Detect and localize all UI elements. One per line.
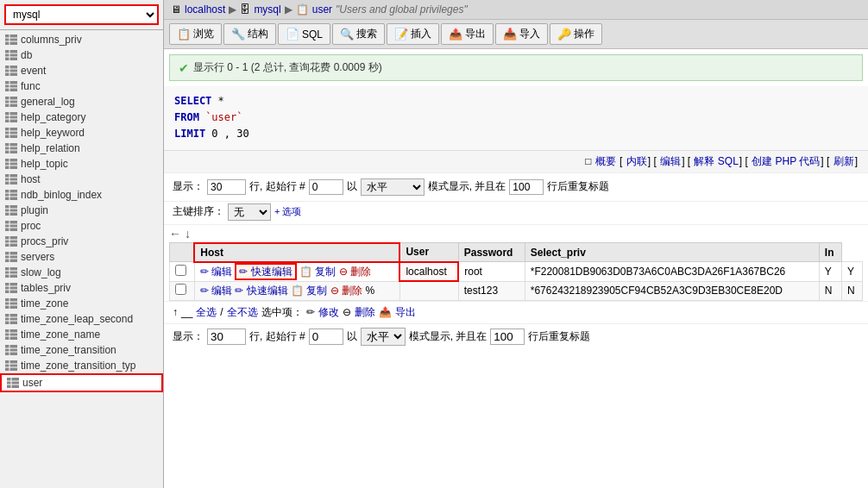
toolbar-btn-搜索[interactable]: 🔍搜索 [332,23,385,45]
table-icon [5,143,17,153]
toolbar-btn-浏览[interactable]: 📋浏览 [169,23,222,45]
edit-link-0[interactable]: ✏ 编辑 [200,266,232,278]
delete-row-link-1[interactable]: ⊖ 删除 [330,285,362,297]
link-explain[interactable]: 解释 SQL [694,155,738,167]
toolbar-btn-插入[interactable]: 📝插入 [387,23,439,45]
svg-rect-64 [5,283,17,293]
table-icon [5,283,17,293]
link-refresh[interactable]: 刷新 [833,155,854,167]
sidebar-item-proc[interactable]: proc [0,218,163,234]
delete-row-link-0[interactable]: ⊖ 删除 [339,266,371,278]
svg-rect-72 [5,314,17,324]
table-name: time_zone_leap_second [21,313,133,325]
sidebar-item-general_log[interactable]: general_log [0,94,163,109]
toolbar-btn-导出[interactable]: 📤导出 [441,23,494,45]
toolbar-btn-导入[interactable]: 📥导入 [495,23,548,45]
svg-rect-88 [7,378,19,388]
btn-icon: 📥 [503,28,517,41]
sidebar-item-time_zone[interactable]: time_zone [0,296,163,311]
toolbar-btn-SQL[interactable]: 📄SQL [278,23,330,45]
svg-rect-8 [5,66,17,76]
arrow-left[interactable]: ← [169,227,181,241]
sort-label: 主键排序： [173,204,224,219]
sidebar-item-servers[interactable]: servers [0,249,163,265]
sidebar-item-help_relation[interactable]: help_relation [0,141,163,156]
table-name: columns_priv [21,34,82,46]
repeat-rows-input[interactable] [509,179,544,195]
svg-rect-68 [5,298,17,309]
sidebar-item-slow_log[interactable]: slow_log [0,265,163,280]
sidebar-item-event[interactable]: event [0,63,163,78]
start-row-input[interactable] [309,179,343,195]
table-name: plugin [21,204,48,216]
table-name: slow_log [21,266,61,278]
table-name: proc [21,220,41,232]
copy-link-1[interactable]: 📋 复制 [291,285,327,297]
sidebar-item-time_zone_leap_second[interactable]: time_zone_leap_second [0,311,163,327]
toolbar-btn-结构[interactable]: 🔧结构 [223,23,276,45]
toolbar-btn-操作[interactable]: 🔑操作 [550,23,602,45]
action-links-row: □ 概要 [ 内联] [ 编辑] [ 解释 SQL] [ 创建 PHP 代码] … [164,151,868,173]
cell-password-0: *F220081DB9063D0B73A6C0ABC3DA26F1A367BC2… [525,262,819,282]
mode-suffix-bottom: 模式显示, 并且在 [409,329,487,344]
link-edit[interactable]: 编辑 [660,155,681,167]
display-rows-input[interactable] [207,179,246,195]
sidebar-item-user[interactable]: user [0,373,163,392]
sidebar-item-db[interactable]: db [0,47,163,63]
svg-rect-28 [5,143,17,153]
display-controls-top: 显示： 行, 起始行 # 以 水平 垂直 水平重复 模式显示, 并且在 行后重复… [164,173,868,202]
deselect-all-link[interactable]: 全不选 [227,305,258,320]
copy-link-0[interactable]: 📋 复制 [299,266,336,278]
arrow-down[interactable]: ↓ [185,227,191,241]
cell-user-0: root [458,262,525,282]
table-name: tables_priv [21,282,71,294]
link-inline[interactable]: 内联 [626,155,647,167]
sidebar-item-help_topic[interactable]: help_topic [0,156,163,172]
sidebar-item-host[interactable]: host [0,172,163,187]
link-summary[interactable]: 概要 [595,155,616,167]
sidebar-item-procs_priv[interactable]: procs_priv [0,234,163,249]
select-all-link[interactable]: 全选 [196,305,217,320]
db-selector[interactable]: mysql [4,4,159,25]
quick-edit-link-0[interactable]: ✏ 快速编辑 [235,263,296,280]
options-toggle[interactable]: + 选项 [274,205,301,218]
table-icon [5,66,17,76]
table-icon [5,97,17,107]
link-create-php[interactable]: 创建 PHP 代码 [752,155,820,167]
sidebar-item-time_zone_name[interactable]: time_zone_name [0,327,163,342]
edit-link-1[interactable]: ✏ 编辑 [200,285,232,297]
table-name: procs_priv [21,235,68,247]
svg-rect-4 [5,50,17,60]
sort-select[interactable]: 无 升序 降序 [228,203,271,221]
svg-rect-24 [5,128,17,138]
table-name: help_topic [21,158,68,170]
sidebar-item-columns_priv[interactable]: columns_priv [0,32,163,47]
breadcrumb-server[interactable]: localhost [185,3,225,16]
sidebar-item-time_zone_transition_typ[interactable]: time_zone_transition_typ [0,358,163,373]
delete-link[interactable]: 删除 [355,305,375,320]
modify-link[interactable]: 修改 [318,305,339,320]
quick-edit-link-1[interactable]: ✏ 快速编辑 [235,285,287,297]
sidebar-item-ndb_binlog_index[interactable]: ndb_binlog_index [0,187,163,203]
sidebar-item-time_zone_transition[interactable]: time_zone_transition [0,342,163,358]
start-row-bottom[interactable] [309,328,343,345]
row-checkbox-1[interactable] [175,284,186,295]
main-content: 🖥 localhost ▶ 🗄 mysql ▶ 📋 user "Users an… [164,0,868,488]
display-rows-bottom[interactable] [207,328,246,345]
table-icon [5,81,17,91]
sidebar-item-plugin[interactable]: plugin [0,203,163,218]
breadcrumb-db[interactable]: mysql [254,3,280,16]
sidebar-item-func[interactable]: func [0,78,163,94]
display-mode-bottom[interactable]: 水平 垂直 [361,328,406,346]
repeat-rows-bottom[interactable] [490,328,525,345]
table-name: host [21,173,41,185]
sidebar-item-tables_priv[interactable]: tables_priv [0,280,163,296]
row-checkbox-0[interactable] [175,265,186,276]
btn-icon: 📤 [449,28,462,41]
sidebar-item-help_keyword[interactable]: help_keyword [0,125,163,141]
display-mode-select[interactable]: 水平 垂直 水平重复 [361,178,425,196]
breadcrumb-table[interactable]: user [312,3,332,16]
sidebar-item-help_category[interactable]: help_category [0,109,163,125]
cell-user-1: test123 [458,281,525,300]
export-link[interactable]: 导出 [395,305,416,320]
